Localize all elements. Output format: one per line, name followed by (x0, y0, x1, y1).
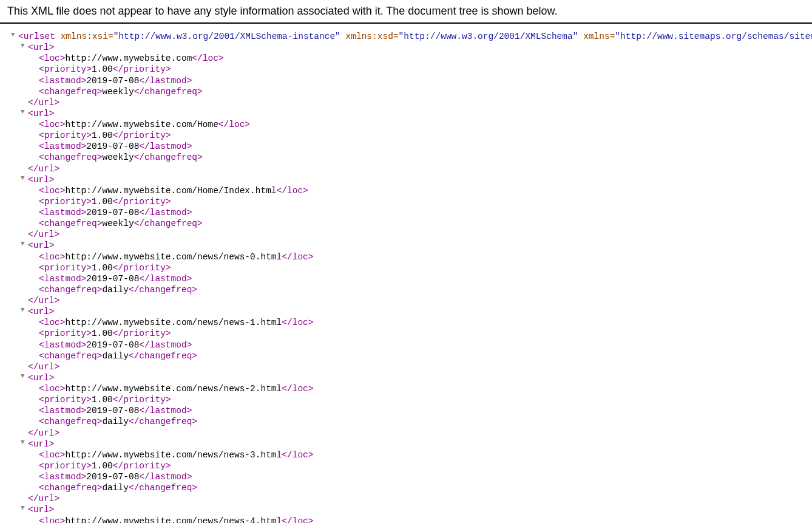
root-open-tag: <urlset xmlns:xsi="http://www.w3.org/200… (18, 32, 812, 41)
priority-line: <priority>1.00</priority> (2, 328, 810, 339)
url-close-line: </url> (2, 163, 810, 174)
lastmod-line: <lastmod>2019-07-08</lastmod> (2, 340, 810, 350)
toggle-icon[interactable]: ▼ (21, 306, 25, 315)
root-element-line: ▼ <urlset xmlns:xsi="http://www.w3.org/2… (2, 31, 810, 42)
url-open-line: ▼<url> (2, 504, 810, 515)
changefreq-line: <changefreq>weekly</changefreq> (2, 218, 810, 229)
toggle-icon[interactable]: ▼ (11, 31, 15, 39)
url-open-line: ▼<url> (2, 42, 810, 53)
lastmod-line: <lastmod>2019-07-08</lastmod> (2, 75, 810, 86)
url-close-line: </url> (2, 428, 810, 439)
url-open-tag: <url> (28, 439, 55, 449)
toggle-icon[interactable]: ▼ (21, 174, 25, 183)
toggle-icon[interactable]: ▼ (21, 372, 25, 381)
loc-line: <loc>http://www.mywebsite.com/news/news-… (2, 383, 810, 394)
loc-line: <loc>http://www.mywebsite.com</loc> (2, 53, 810, 64)
priority-line: <priority>1.00</priority> (2, 130, 810, 141)
xml-notice-header: This XML file does not appear to have an… (0, 0, 812, 24)
url-open-tag: <url> (28, 505, 55, 514)
lastmod-line: <lastmod>2019-07-08</lastmod> (2, 207, 810, 218)
changefreq-line: <changefreq>daily</changefreq> (2, 482, 810, 493)
url-open-tag: <url> (28, 307, 55, 316)
url-open-tag: <url> (28, 241, 55, 250)
changefreq-line: <changefreq>daily</changefreq> (2, 416, 810, 427)
toggle-icon[interactable]: ▼ (21, 439, 25, 447)
priority-line: <priority>1.00</priority> (2, 460, 810, 471)
url-close-line: </url> (2, 493, 810, 504)
lastmod-line: <lastmod>2019-07-08</lastmod> (2, 141, 810, 152)
toggle-icon[interactable]: ▼ (21, 240, 25, 248)
changefreq-line: <changefreq>weekly</changefreq> (2, 86, 810, 97)
priority-line: <priority>1.00</priority> (2, 394, 810, 405)
url-close-line: </url> (2, 97, 810, 108)
loc-line: <loc>http://www.mywebsite.com/news/news-… (2, 317, 810, 328)
url-open-tag: <url> (28, 109, 55, 118)
url-open-tag: <url> (28, 373, 55, 383)
url-close-line: </url> (2, 361, 810, 372)
url-close-line: </url> (2, 229, 810, 240)
loc-line: <loc>http://www.mywebsite.com/news/news-… (2, 516, 810, 524)
toggle-icon[interactable]: ▼ (21, 108, 25, 117)
url-open-line: ▼<url> (2, 372, 810, 383)
changefreq-line: <changefreq>daily</changefreq> (2, 284, 810, 295)
xml-tree: ▼ <urlset xmlns:xsi="http://www.w3.org/2… (0, 24, 812, 523)
priority-line: <priority>1.00</priority> (2, 196, 810, 207)
url-open-line: ▼<url> (2, 240, 810, 251)
changefreq-line: <changefreq>daily</changefreq> (2, 350, 810, 361)
loc-line: <loc>http://www.mywebsite.com/news/news-… (2, 450, 810, 460)
url-close-line: </url> (2, 295, 810, 306)
url-open-line: ▼<url> (2, 108, 810, 119)
changefreq-line: <changefreq>weekly</changefreq> (2, 152, 810, 163)
url-open-tag: <url> (28, 175, 55, 185)
lastmod-line: <lastmod>2019-07-08</lastmod> (2, 471, 810, 482)
url-open-tag: <url> (28, 43, 55, 52)
loc-line: <loc>http://www.mywebsite.com/Home/Index… (2, 185, 810, 196)
priority-line: <priority>1.00</priority> (2, 64, 810, 75)
url-open-line: ▼<url> (2, 306, 810, 317)
lastmod-line: <lastmod>2019-07-08</lastmod> (2, 273, 810, 284)
url-open-line: ▼<url> (2, 439, 810, 450)
loc-line: <loc>http://www.mywebsite.com/Home</loc> (2, 119, 810, 130)
url-open-line: ▼<url> (2, 174, 810, 185)
priority-line: <priority>1.00</priority> (2, 262, 810, 273)
loc-line: <loc>http://www.mywebsite.com/news/news-… (2, 251, 810, 262)
lastmod-line: <lastmod>2019-07-08</lastmod> (2, 405, 810, 416)
toggle-icon[interactable]: ▼ (21, 504, 25, 513)
toggle-icon[interactable]: ▼ (21, 42, 25, 50)
